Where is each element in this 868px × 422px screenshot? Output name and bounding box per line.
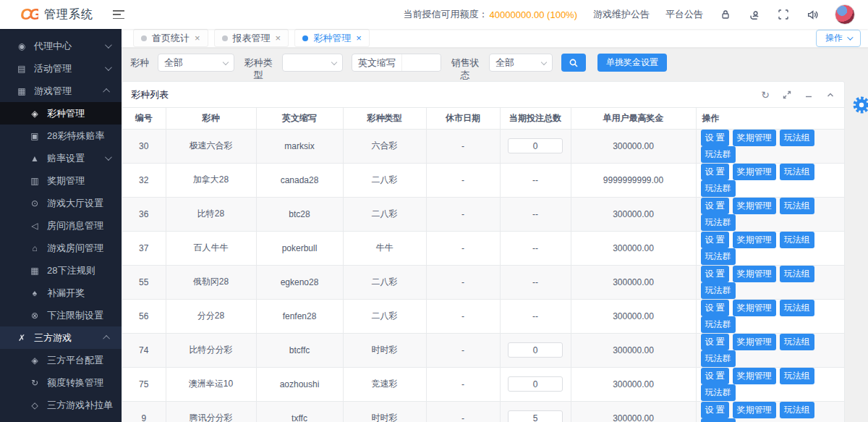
current-bets-input[interactable]: [508, 376, 563, 392]
sidebar-item-draw[interactable]: ♠补漏开奖: [0, 282, 122, 304]
play-cluster-button[interactable]: 玩法群: [701, 214, 736, 231]
maintenance-notice-link[interactable]: 游戏维护公告: [593, 8, 650, 21]
play-cluster-button[interactable]: 玩法群: [701, 248, 736, 265]
settings-button[interactable]: 设 置: [701, 334, 729, 350]
current-bets-input[interactable]: [508, 342, 563, 358]
user-avatar[interactable]: [835, 4, 855, 25]
sidebar-item-platform[interactable]: ◈三方平台配置: [0, 349, 122, 371]
close-icon[interactable]: ×: [195, 33, 200, 43]
play-group-button[interactable]: 玩法组: [780, 402, 814, 418]
minimize-icon[interactable]: [804, 90, 814, 100]
settings-button[interactable]: 设 置: [701, 130, 729, 146]
tab-报表管理[interactable]: 报表管理×: [214, 29, 289, 47]
settings-button[interactable]: 设 置: [701, 232, 729, 248]
settings-button[interactable]: 设 置: [701, 402, 729, 418]
cell-english-abbr: aozhoushi: [256, 367, 343, 401]
sidebar-item-period[interactable]: ▥奖期管理: [0, 169, 122, 192]
period-manage-button[interactable]: 奖期管理: [733, 300, 776, 316]
play-cluster-button[interactable]: 玩法群: [701, 146, 736, 163]
settings-button[interactable]: 设 置: [701, 266, 729, 282]
play-cluster-button[interactable]: 玩法群: [701, 418, 736, 422]
period-manage-button[interactable]: 奖期管理: [733, 164, 776, 180]
play-group-button[interactable]: 玩法组: [780, 164, 814, 180]
expand-icon[interactable]: [782, 90, 792, 100]
sidebar-item-pullorder[interactable]: ◇三方游戏补拉单: [0, 394, 122, 416]
sidebar-item-game[interactable]: ▦游戏管理: [0, 80, 122, 102]
sidebar-item-hall[interactable]: ⊙游戏大厅设置: [0, 192, 122, 214]
period-manage-button[interactable]: 奖期管理: [733, 198, 776, 214]
refresh-icon[interactable]: ↻: [760, 90, 770, 100]
sidebar-item-message[interactable]: ◁房间消息管理: [0, 214, 122, 237]
lottery-type-select[interactable]: [282, 54, 343, 72]
sidebar-item-room[interactable]: ⌂游戏房间管理: [0, 237, 122, 259]
play-cluster-button[interactable]: 玩法群: [701, 316, 736, 333]
sidebar-item-transfer[interactable]: ↻额度转换管理: [0, 371, 122, 394]
collapse-icon[interactable]: [825, 90, 835, 100]
chevron-down-icon: [223, 59, 229, 65]
cell-lottery-name: 比特分分彩: [166, 333, 256, 367]
cell-current-bets: [500, 401, 571, 422]
platform-notice-link[interactable]: 平台公告: [665, 8, 703, 21]
period-manage-button[interactable]: 奖期管理: [733, 368, 776, 384]
fullscreen-icon[interactable]: [777, 8, 790, 21]
play-group-button[interactable]: 玩法组: [780, 130, 814, 146]
sidebar-item-odds[interactable]: ▲赔率设置: [0, 147, 122, 169]
close-icon[interactable]: ×: [276, 33, 281, 43]
play-group-button[interactable]: 玩法组: [780, 232, 814, 248]
play-group-button[interactable]: 玩法组: [780, 266, 814, 282]
column-header: 休市日期: [426, 108, 500, 129]
sidebar-item-label: 游戏大厅设置: [47, 197, 103, 210]
service-icon[interactable]: [748, 8, 761, 21]
play-cluster-button[interactable]: 玩法群: [701, 350, 736, 367]
tab-首页统计[interactable]: 首页统计×: [133, 29, 208, 47]
play-cluster-button[interactable]: 玩法群: [701, 180, 736, 197]
play-group-button[interactable]: 玩法组: [780, 198, 814, 214]
period-manage-button[interactable]: 奖期管理: [733, 266, 776, 282]
tab-status-dot: [222, 35, 228, 41]
play-group-button[interactable]: 玩法组: [780, 300, 814, 316]
operations-dropdown-button[interactable]: 操作: [816, 30, 861, 47]
table-row: 74比特分分彩btcffc时时彩-300000.00设 置奖期管理玩法组玩法群: [122, 333, 844, 367]
sidebar-item-label: 游戏房间管理: [47, 242, 103, 255]
search-button[interactable]: [561, 54, 586, 72]
play-group-button[interactable]: 玩法组: [780, 334, 814, 350]
play-cluster-button[interactable]: 玩法群: [701, 384, 736, 401]
period-manage-button[interactable]: 奖期管理: [733, 334, 776, 350]
period-manage-button[interactable]: 奖期管理: [733, 232, 776, 248]
cell-english-abbr: fenfen28: [256, 299, 343, 333]
lottery-select[interactable]: 全部: [158, 54, 234, 72]
settings-button[interactable]: 设 置: [701, 164, 729, 180]
period-manage-button[interactable]: 奖期管理: [733, 130, 776, 146]
tab-彩种管理[interactable]: 彩种管理×: [294, 29, 370, 47]
play-cluster-button[interactable]: 玩法群: [701, 282, 736, 299]
settings-button[interactable]: 设 置: [701, 300, 729, 316]
sound-icon[interactable]: [806, 8, 819, 21]
period-manage-button[interactable]: 奖期管理: [733, 402, 776, 418]
sidebar-item-activity[interactable]: ▤活动管理: [0, 57, 122, 80]
settings-button[interactable]: 设 置: [701, 368, 729, 384]
sidebar-item-rules[interactable]: ▦28下注规则: [0, 259, 122, 282]
play-group-button[interactable]: 玩法组: [780, 368, 814, 384]
topbar-right: 当前授信可用额度： 40000000.00 (100%) 游戏维护公告 平台公告: [404, 4, 868, 25]
lock-icon[interactable]: [719, 8, 732, 21]
table-row: 32加拿大28canada28二八彩---9999999999.00设 置奖期管…: [122, 163, 844, 197]
hall-icon: ⊙: [29, 198, 41, 208]
cell-lottery-name: 比特28: [166, 197, 256, 231]
current-bets-input[interactable]: [508, 410, 563, 422]
lottery-filter-label: 彩种: [130, 54, 149, 69]
sidebar-item-odds28[interactable]: ▣28彩特殊赔率: [0, 125, 122, 147]
logo-mark: CG: [20, 5, 38, 24]
sidebar-item-limit[interactable]: ⊗下注限制设置: [0, 304, 122, 326]
sidebar-item-thirdparty[interactable]: ✗三方游戏: [0, 326, 122, 349]
english-abbr-input[interactable]: [401, 54, 441, 71]
sidebar-item-agent[interactable]: ◉代理中心: [0, 35, 122, 57]
sidebar-item-lottery[interactable]: ◈彩种管理: [0, 102, 122, 125]
close-icon[interactable]: ×: [356, 33, 362, 43]
theme-settings-gear-icon[interactable]: [851, 95, 868, 115]
settings-button[interactable]: 设 置: [701, 198, 729, 214]
app-logo[interactable]: CG 管理系统: [0, 5, 94, 24]
sidebar-collapse-icon[interactable]: [113, 10, 124, 19]
sale-status-select[interactable]: 全部: [489, 54, 553, 72]
current-bets-input[interactable]: [508, 138, 563, 153]
single-prize-settings-button[interactable]: 单挑奖金设置: [597, 54, 667, 72]
